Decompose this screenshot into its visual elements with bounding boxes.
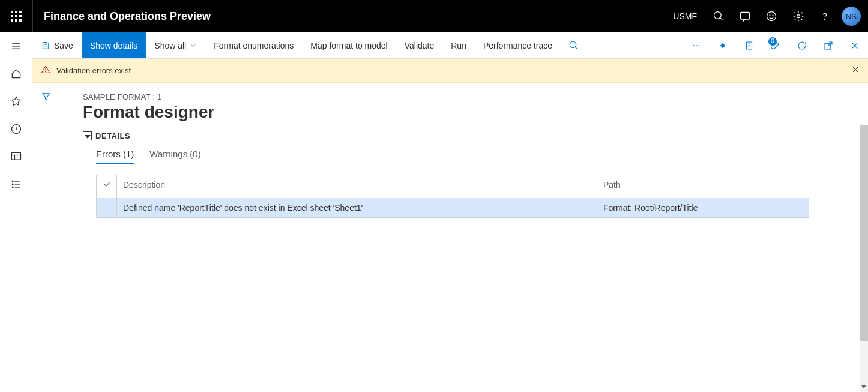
show-details-label: Show details (90, 41, 137, 50)
scroll-down-button[interactable] (860, 382, 868, 391)
home-icon (10, 68, 22, 80)
popout-icon (823, 40, 834, 51)
diamond-icon (717, 40, 728, 51)
select-all-header[interactable] (97, 175, 117, 198)
show-all-button[interactable]: Show all (146, 32, 205, 58)
nav-workspaces[interactable] (0, 143, 32, 170)
svg-point-15 (12, 181, 13, 182)
col-description[interactable]: Description (117, 175, 597, 198)
close-button[interactable] (842, 32, 868, 58)
col-path[interactable]: Path (597, 175, 809, 198)
search-icon (713, 10, 725, 22)
office-addins-button[interactable] (710, 32, 736, 58)
star-icon (10, 95, 22, 107)
show-details-button[interactable]: Show details (82, 32, 146, 58)
waffle-button[interactable] (0, 0, 32, 32)
question-icon (819, 10, 831, 22)
run-button[interactable]: Run (442, 32, 475, 58)
gear-icon (792, 10, 804, 22)
warning-icon (41, 65, 50, 76)
tab-warnings[interactable]: Warnings (0) (149, 149, 200, 164)
action-bar: Save Show details Show all Format enumer… (32, 32, 868, 59)
search-icon (568, 40, 579, 51)
svg-rect-22 (44, 46, 47, 49)
svg-point-7 (825, 19, 825, 20)
popout-button[interactable] (815, 32, 842, 58)
search-button[interactable] (705, 0, 732, 32)
validate-label: Validate (405, 41, 435, 50)
svg-rect-28 (720, 43, 725, 47)
show-all-label: Show all (154, 41, 186, 50)
svg-point-0 (714, 12, 722, 19)
nav-recent[interactable] (0, 115, 32, 143)
header-divider (222, 0, 222, 32)
row-selector[interactable] (97, 198, 117, 218)
svg-point-27 (699, 45, 700, 46)
svg-point-19 (12, 187, 13, 188)
svg-rect-21 (44, 42, 47, 44)
save-label: Save (54, 41, 73, 50)
details-label: DETAILS (95, 131, 130, 140)
validation-close-button[interactable] (851, 65, 860, 76)
cell-description: Defined name 'ReportTitle' does not exis… (117, 198, 597, 218)
clock-icon (10, 123, 22, 135)
settings-button[interactable] (785, 0, 812, 32)
page-title: Format designer (83, 103, 848, 122)
tab-errors[interactable]: Errors (1) (96, 149, 134, 164)
collapse-icon (83, 131, 92, 140)
refresh-button[interactable] (789, 32, 815, 58)
svg-point-17 (12, 184, 13, 185)
tabs: Errors (1) Warnings (0) (96, 149, 848, 164)
scrollbar-thumb[interactable] (860, 125, 868, 341)
left-nav (0, 32, 32, 392)
scrollbar[interactable] (860, 125, 868, 392)
nav-home[interactable] (0, 60, 32, 88)
attachments-button[interactable]: 0 (762, 32, 789, 58)
map-format-button[interactable]: Map format to model (302, 32, 396, 58)
svg-point-4 (770, 15, 770, 16)
svg-rect-12 (11, 152, 20, 160)
format-enumerations-button[interactable]: Format enumerations (205, 32, 302, 58)
table-row[interactable]: Defined name 'ReportTitle' does not exis… (97, 198, 809, 218)
run-label: Run (451, 41, 466, 50)
cell-path: Format: Root/Report/Title (597, 198, 809, 218)
svg-line-24 (575, 47, 577, 49)
company-picker[interactable]: USMF (665, 11, 705, 21)
actionbar-search-button[interactable] (561, 32, 587, 58)
map-format-label: Map format to model (310, 41, 387, 50)
feedback-button[interactable] (758, 0, 785, 32)
nav-modules[interactable] (0, 170, 32, 198)
app-header: Finance and Operations Preview USMF NS (0, 0, 868, 32)
performance-trace-button[interactable]: Performance trace (475, 32, 561, 58)
messages-button[interactable] (732, 0, 758, 32)
svg-point-23 (570, 41, 576, 48)
attachments-badge: 0 (768, 37, 777, 46)
save-button[interactable]: Save (32, 32, 82, 58)
user-avatar[interactable]: NS (842, 7, 861, 26)
chevron-down-icon (190, 42, 197, 49)
filter-icon[interactable] (41, 91, 52, 102)
validate-button[interactable]: Validate (396, 32, 443, 58)
save-icon (41, 41, 50, 50)
nav-hamburger[interactable] (0, 32, 32, 60)
format-enumerations-label: Format enumerations (214, 41, 294, 50)
breadcrumb: SAMPLE FORMAT : 1 (83, 92, 848, 101)
nav-favorites[interactable] (0, 88, 32, 115)
workspaces-icon (10, 151, 22, 163)
svg-point-25 (693, 45, 695, 46)
svg-point-3 (767, 12, 776, 21)
check-icon (103, 180, 111, 188)
help-button[interactable] (812, 0, 838, 32)
open-in-office-button[interactable] (736, 32, 762, 58)
content-area: SAMPLE FORMAT : 1 Format designer DETAIL… (32, 83, 860, 392)
details-toggle[interactable]: DETAILS (83, 131, 848, 140)
validation-message: Validation errors exist (56, 66, 131, 75)
svg-line-1 (720, 18, 723, 20)
smile-icon (765, 10, 777, 22)
more-actions-button[interactable] (683, 32, 710, 58)
office-icon (744, 40, 755, 51)
app-title: Finance and Operations Preview (33, 10, 222, 23)
modules-icon (10, 178, 22, 190)
validation-bar: Validation errors exist (32, 59, 868, 83)
svg-point-36 (46, 71, 46, 72)
